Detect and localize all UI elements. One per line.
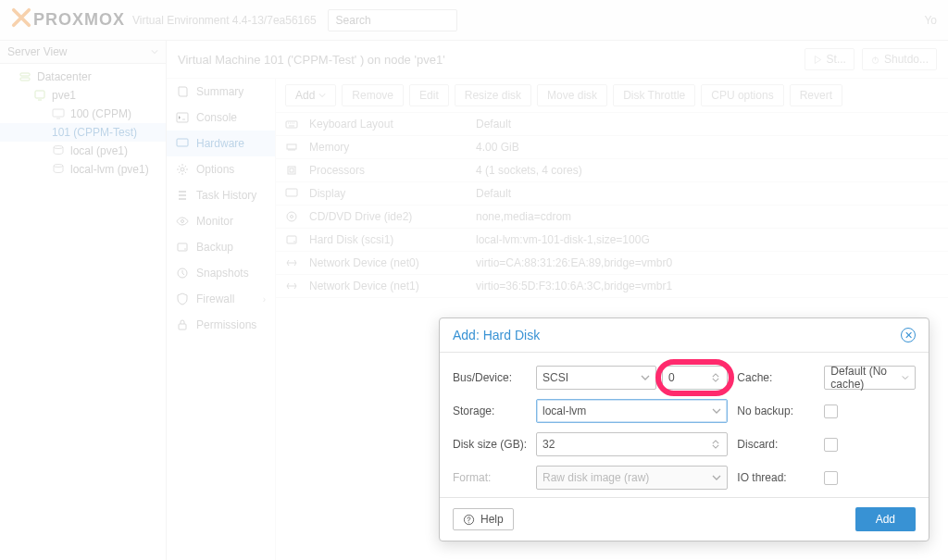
cpu-icon — [285, 164, 304, 177]
nav-hardware[interactable]: Hardware — [167, 131, 275, 156]
hw-row-cddvd[interactable]: CD/DVD Drive (ide2)none,media=cdrom — [276, 205, 948, 229]
cpu-options-button[interactable]: CPU options — [701, 84, 783, 106]
iothread-label: IO thread: — [737, 471, 815, 484]
disk-size-field[interactable]: 32 — [536, 432, 728, 456]
storage-icon — [52, 144, 65, 157]
edit-button[interactable]: Edit — [409, 84, 449, 106]
close-icon[interactable]: ✕ — [901, 328, 916, 342]
proxmox-logo-icon — [11, 7, 31, 32]
cache-label: Cache: — [737, 371, 815, 384]
nav-snapshots[interactable]: Snapshots — [167, 260, 275, 286]
eye-icon — [176, 215, 189, 228]
shutdown-button[interactable]: Shutdo... — [862, 48, 937, 70]
remove-button[interactable]: Remove — [342, 84, 404, 106]
tree-vm-100[interactable]: 100 (CPPM) — [0, 105, 166, 123]
keyboard-icon — [285, 118, 304, 131]
header-user[interactable]: Yo — [924, 14, 937, 27]
device-number-field[interactable]: 0 — [662, 366, 728, 390]
monitor-icon — [52, 107, 65, 120]
server-icon — [19, 70, 31, 83]
tree-vm-101[interactable]: 101 (CPPM-Test) — [0, 123, 166, 142]
tree-datacenter[interactable]: Datacenter — [0, 68, 166, 86]
throttle-button[interactable]: Disk Throttle — [613, 84, 695, 106]
dialog-title: Add: Hard Disk — [453, 328, 540, 342]
net-icon — [285, 256, 304, 269]
storage-label: Storage: — [453, 404, 527, 417]
spinner-icon[interactable] — [712, 438, 721, 451]
hw-row-keyboard[interactable]: Keyboard LayoutDefault — [276, 113, 948, 136]
history-icon — [176, 267, 189, 280]
disc-icon — [285, 210, 304, 223]
discard-label: Discard: — [737, 438, 815, 451]
dialog-add-button[interactable]: Add — [855, 507, 916, 531]
hdd-icon — [285, 233, 304, 246]
view-selector[interactable]: Server View — [0, 41, 166, 64]
version-text: Virtual Environment 4.4-13/7ea56165 — [132, 14, 317, 27]
nav-console[interactable]: Console — [167, 105, 275, 131]
tree-storage-locallvm[interactable]: local-lvm (pve1) — [0, 160, 166, 179]
discard-checkbox[interactable] — [824, 438, 838, 452]
move-button[interactable]: Move disk — [537, 84, 607, 106]
shield-icon — [176, 292, 189, 305]
resource-tree: Datacenter pve1 100 (CPPM) 101 (CPPM-Tes… — [0, 64, 166, 182]
app-header: PROXMOX Virtual Environment 4.4-13/7ea56… — [0, 0, 948, 41]
nav-task-history[interactable]: Task History — [167, 182, 275, 208]
spinner-icon[interactable] — [712, 371, 721, 384]
left-panel: Server View Datacenter pve1 100 (CPPM) 1… — [0, 41, 167, 560]
chevron-right-icon: › — [263, 294, 266, 305]
nav-firewall[interactable]: Firewall› — [167, 286, 275, 312]
dialog-title-bar: Add: Hard Disk ✕ — [440, 318, 929, 353]
resize-button[interactable]: Resize disk — [455, 84, 531, 106]
iothread-checkbox[interactable] — [824, 471, 838, 485]
search-input[interactable] — [328, 9, 457, 31]
tree-storage-local[interactable]: local (pve1) — [0, 142, 166, 160]
nav-monitor[interactable]: Monitor — [167, 208, 275, 234]
list-icon — [176, 189, 189, 202]
nav-summary[interactable]: Summary — [167, 79, 275, 105]
net-icon — [285, 280, 304, 292]
add-button[interactable]: Add — [285, 84, 336, 106]
format-label: Format: — [453, 471, 527, 484]
format-select: Raw disk image (raw) — [536, 466, 728, 490]
hw-toolbar: Add Remove Edit Resize disk Move disk Di… — [276, 79, 948, 113]
nav-backup[interactable]: Backup — [167, 234, 275, 260]
revert-button[interactable]: Revert — [790, 84, 842, 106]
hw-row-memory[interactable]: Memory4.00 GiB — [276, 136, 948, 159]
hw-row-harddisk[interactable]: Hard Disk (scsi1)local-lvm:vm-101-disk-1… — [276, 229, 948, 252]
bus-select[interactable]: SCSI — [536, 366, 656, 390]
bus-device-label: Bus/Device: — [453, 371, 527, 384]
content-header: Virtual Machine 101 ('CPPM-Test' ) on no… — [167, 41, 948, 79]
tree-node-pve1[interactable]: pve1 — [0, 86, 166, 105]
hw-row-processors[interactable]: Processors4 (1 sockets, 4 cores) — [276, 159, 948, 182]
storage-icon — [52, 163, 65, 176]
add-hard-disk-dialog: Add: Hard Disk ✕ Bus/Device: SCSI 0 — [439, 317, 929, 541]
cache-select[interactable]: Default (No cache) — [824, 366, 916, 390]
hdd-icon — [176, 241, 189, 254]
display-icon — [176, 137, 189, 150]
nav-sidebar: Summary Console Hardware Options Task Hi… — [167, 79, 276, 560]
lock-icon — [176, 318, 189, 331]
hw-row-net1[interactable]: Network Device (net1)virtio=36:5D:F3:10:… — [276, 275, 948, 298]
hw-row-display[interactable]: DisplayDefault — [276, 182, 948, 205]
start-button[interactable]: St... — [805, 48, 854, 70]
size-label: Disk size (GB): — [453, 438, 527, 451]
nav-options[interactable]: Options — [167, 156, 275, 182]
gear-icon — [176, 163, 189, 176]
nav-permissions[interactable]: Permissions — [167, 312, 275, 338]
page-title: Virtual Machine 101 ('CPPM-Test' ) on no… — [178, 53, 797, 67]
nobackup-checkbox[interactable] — [824, 404, 838, 418]
hardware-table: Keyboard LayoutDefault Memory4.00 GiB Pr… — [276, 113, 948, 298]
logo: PROXMOX — [11, 7, 125, 32]
display-icon — [285, 187, 304, 200]
memory-icon — [285, 141, 304, 154]
node-icon — [33, 89, 46, 102]
storage-select[interactable]: local-lvm — [536, 399, 728, 423]
hw-row-net0[interactable]: Network Device (net0)virtio=CA:88:31:26:… — [276, 252, 948, 275]
nobackup-label: No backup: — [737, 404, 815, 417]
help-button[interactable]: Help — [453, 508, 514, 530]
book-icon — [176, 85, 189, 98]
brand-text: PROXMOX — [33, 10, 125, 30]
terminal-icon — [176, 111, 189, 124]
